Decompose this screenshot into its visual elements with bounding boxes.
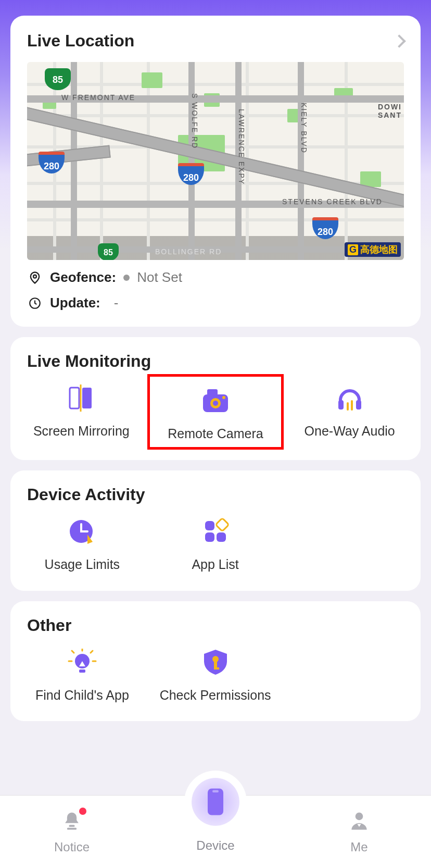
app-list-icon: [200, 518, 231, 545]
svg-rect-28: [214, 667, 219, 669]
tab-notice-label: Notice: [54, 840, 90, 854]
svg-rect-18: [216, 518, 229, 531]
find-childs-app-label: Find Child's App: [35, 687, 129, 703]
headphones-icon: [334, 385, 365, 412]
svg-point-8: [213, 401, 218, 406]
map-label-lawrence: LAWRENCE EXPY: [237, 109, 246, 185]
find-childs-app-button[interactable]: Find Child's App: [16, 638, 149, 709]
screen-mirroring-button[interactable]: Screen Mirroring: [16, 374, 147, 450]
map-label-fremont: W FREMONT AVE: [61, 93, 135, 102]
notification-dot: [79, 808, 86, 815]
route-shield-85b: 85: [98, 243, 119, 260]
svg-rect-15: [205, 521, 214, 530]
map-label-bollinger: BOLLINGER RD: [155, 247, 222, 256]
person-icon: [348, 810, 371, 836]
device-activity-title: Device Activity: [16, 485, 415, 504]
svg-rect-20: [79, 669, 85, 673]
clock-icon: [27, 295, 43, 311]
geofence-value: Not Set: [137, 269, 182, 286]
usage-limits-button[interactable]: Usage Limits: [16, 507, 149, 578]
route-shield-280c: 280: [312, 217, 338, 239]
usage-limits-label: Usage Limits: [45, 556, 120, 573]
route-shield-85: 85: [45, 68, 71, 90]
svg-rect-6: [207, 389, 218, 395]
other-card: Other Find Child's App: [10, 601, 421, 721]
phone-icon: [206, 788, 225, 816]
svg-rect-29: [69, 825, 75, 827]
other-title: Other: [16, 616, 415, 635]
update-row: Update: -: [27, 295, 404, 311]
camera-icon: [200, 387, 231, 414]
lightbulb-icon: [67, 649, 98, 676]
svg-rect-11: [356, 400, 361, 410]
remote-camera-button[interactable]: Remote Camera: [147, 374, 284, 450]
map-label-kiely: KIELY BLVD: [300, 103, 308, 154]
tab-center-hump: [184, 771, 247, 833]
screen-mirroring-icon: [66, 385, 97, 412]
main-scroll: Live Location: [0, 0, 431, 795]
one-way-audio-label: One-Way Audio: [305, 423, 395, 439]
svg-rect-16: [205, 532, 214, 542]
map-label-stevens: STEVENS CREEK BLVD: [282, 197, 383, 206]
live-location-card: Live Location: [10, 16, 421, 327]
app-list-button[interactable]: App List: [149, 507, 282, 578]
tab-device[interactable]: Device: [144, 796, 287, 868]
map-attribution: 高德地图: [345, 242, 401, 257]
svg-rect-3: [82, 388, 92, 408]
map-label-downtown: DOWI SANT: [378, 103, 402, 119]
svg-line-22: [91, 651, 93, 653]
tab-me[interactable]: Me: [287, 796, 431, 868]
svg-rect-30: [67, 827, 77, 829]
tab-me-label: Me: [350, 840, 367, 854]
bell-icon: [60, 810, 83, 836]
tab-device-label: Device: [196, 838, 234, 853]
geofence-status-dot: [123, 275, 130, 281]
screen-mirroring-label: Screen Mirroring: [33, 423, 130, 439]
route-shield-280a: 280: [39, 152, 65, 173]
svg-rect-2: [70, 388, 79, 408]
geofence-pin-icon: [27, 270, 43, 286]
device-activity-card: Device Activity Usage Limits: [10, 470, 421, 590]
svg-rect-10: [338, 400, 344, 410]
geofence-row[interactable]: Geofence: Not Set: [27, 269, 404, 286]
live-location-header[interactable]: Live Location: [27, 31, 404, 51]
geofence-label: Geofence:: [50, 269, 116, 286]
live-monitoring-card: Live Monitoring Screen Mirroring: [10, 337, 421, 460]
update-label: Update:: [50, 295, 100, 311]
app-list-label: App List: [192, 556, 238, 573]
check-permissions-button[interactable]: Check Permissions: [149, 638, 282, 709]
live-monitoring-title: Live Monitoring: [16, 352, 415, 371]
svg-point-33: [356, 812, 363, 820]
svg-rect-32: [212, 790, 219, 793]
remote-camera-label: Remote Camera: [168, 426, 263, 442]
location-map[interactable]: 85 280 280 280 W FREMONT AVE S WOLFE RD …: [27, 62, 404, 260]
bottom-tabbar: Notice Device Me: [0, 795, 431, 868]
one-way-audio-button[interactable]: One-Way Audio: [284, 374, 415, 450]
map-label-swolfe: S WOLFE RD: [191, 93, 199, 149]
svg-line-21: [72, 651, 74, 653]
svg-point-9: [222, 396, 225, 399]
usage-limits-icon: [67, 518, 98, 545]
shield-key-icon: [200, 649, 231, 676]
svg-rect-17: [217, 532, 226, 542]
svg-point-0: [33, 275, 36, 278]
chevron-right-icon: [392, 34, 405, 47]
update-value: -: [114, 295, 119, 311]
tab-notice[interactable]: Notice: [0, 796, 144, 868]
live-location-title: Live Location: [27, 31, 134, 51]
svg-rect-31: [208, 789, 223, 815]
check-permissions-label: Check Permissions: [160, 687, 271, 703]
